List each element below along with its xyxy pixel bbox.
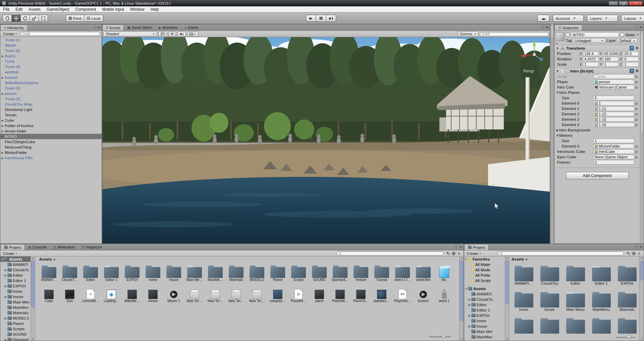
- foldout-arrow[interactable]: ▶: [0, 124, 5, 127]
- object-picker-icon[interactable]: ◎: [634, 118, 639, 121]
- asset-weird-1[interactable]: weird 1: [434, 286, 454, 303]
- asset-newplan-[interactable]: newplan…: [267, 286, 288, 303]
- asset-gun[interactable]: Gun: [59, 286, 80, 303]
- asset-new-ter-[interactable]: New Ter…: [184, 286, 205, 303]
- foldout-arrow[interactable]: ▶: [4, 285, 7, 288]
- tree-item-planei[interactable]: PlaneI: [0, 321, 35, 326]
- object-picker-icon[interactable]: ◎: [634, 145, 639, 148]
- asset-home[interactable]: home: [511, 290, 537, 311]
- scene-search-input[interactable]: All: [480, 32, 549, 36]
- tree-scrollbar[interactable]: ▲▼: [505, 257, 509, 341]
- hierarchy-item-farmhouse-fbx[interactable]: ▶Farmhouse FBX: [0, 155, 102, 161]
- tab-console[interactable]: ▤Console: [25, 244, 50, 250]
- tree-item-house[interactable]: ▶house: [464, 324, 509, 329]
- foldout-arrow[interactable]: ▶: [0, 119, 5, 122]
- tab-inspector[interactable]: ⓘInspector: [78, 244, 105, 250]
- asset-materials[interactable]: Materials: [614, 290, 640, 311]
- asset-planene-[interactable]: PlaneNe…: [330, 286, 351, 303]
- plane-element-1-object-field[interactable]: 1 (1): [593, 106, 634, 111]
- tree-item-cloudsto[interactable]: ▶CloudsTo: [464, 297, 509, 302]
- tab-animator[interactable]: ◈Animator: [155, 24, 181, 31]
- hierarchy-search-input[interactable]: All: [20, 32, 100, 36]
- gizmos-dropdown[interactable]: Gizmos ▼: [458, 32, 478, 37]
- favorite-all-prefa[interactable]: All Prefa: [464, 273, 509, 278]
- hand-tool-icon[interactable]: [3, 15, 12, 22]
- component-enabled-checkbox[interactable]: ✓: [565, 69, 569, 73]
- pause-button[interactable]: [316, 15, 326, 22]
- introcam-object-field[interactable]: Introcam (Camer: [593, 85, 634, 90]
- tree-item-standard[interactable]: ▶Standard: [0, 337, 35, 341]
- planes-size-field[interactable]: 5: [593, 96, 634, 100]
- asset-mainme-[interactable]: MainMe…: [122, 286, 143, 303]
- asset-pausem-[interactable]: jsPauseM…: [288, 286, 309, 303]
- asset-new-ter-[interactable]: New Ter…: [205, 286, 226, 303]
- transform-position-y-field[interactable]: 82.5398: [603, 51, 619, 56]
- inspector-scrollbar[interactable]: [640, 31, 644, 243]
- tree-item-home[interactable]: home: [464, 318, 509, 324]
- lock-icon[interactable]: [541, 26, 544, 29]
- foldout-arrow[interactable]: ▼: [556, 69, 559, 73]
- tab-game[interactable]: ◗Game: [181, 24, 202, 31]
- foldout-arrow[interactable]: ▶: [4, 338, 7, 341]
- asset-planei[interactable]: PlaneI: [267, 263, 288, 282]
- player-object-field[interactable]: person: [593, 79, 634, 84]
- object-picker-icon[interactable]: ◎: [634, 107, 639, 111]
- transform-scale-z-field[interactable]: 1: [623, 62, 639, 67]
- transform-position-z-field[interactable]: 26.3: [623, 51, 639, 56]
- foldout-arrow[interactable]: ▶: [0, 92, 5, 95]
- hierarchy-item-cloudstoy-mngr[interactable]: CloudsToy Mngr: [0, 102, 102, 107]
- account-dropdown[interactable]: Account ▼: [553, 15, 584, 22]
- minions-foldout[interactable]: ▼ Minions: [554, 133, 640, 138]
- asset-scene1[interactable]: Scene1: [413, 286, 434, 303]
- foldout-arrow[interactable]: ▶: [4, 274, 7, 277]
- asset-tutorial[interactable]: Tutorial: [371, 263, 392, 282]
- hierarchy-item-terrain[interactable]: Terrain: [0, 112, 102, 118]
- script-object-field[interactable]: Intro: [593, 74, 634, 79]
- object-picker-icon[interactable]: ◎: [634, 112, 639, 116]
- menu-edit[interactable]: Edit: [12, 6, 25, 12]
- close-button[interactable]: ×: [629, 1, 643, 6]
- lock-icon[interactable]: [455, 246, 458, 248]
- hierarchy-item-trunk-4-[interactable]: Trunk (4): [0, 64, 102, 69]
- hierarchy-item-directional-light[interactable]: Directional Light: [0, 107, 102, 112]
- tab-project[interactable]: Project: [0, 244, 25, 250]
- hierarchy-item-nextlevelthing[interactable]: NextLevelThing: [0, 145, 102, 150]
- asset-editor-1[interactable]: Editor 1: [101, 263, 122, 282]
- persp-label[interactable]: Persp: [523, 69, 534, 73]
- hierarchy-item-folder-of-bushes[interactable]: ▶Folder of bushes: [0, 123, 102, 128]
- menu-window[interactable]: Window: [127, 6, 148, 12]
- asset-animat-[interactable]: ANIMAT…: [39, 263, 59, 282]
- tree-item-main-men[interactable]: Main Men: [0, 299, 35, 305]
- tree-item-editor[interactable]: ▶Editor: [0, 273, 35, 278]
- add-component-button[interactable]: Add Component: [566, 172, 629, 179]
- object-picker-icon[interactable]: ◎: [634, 102, 639, 105]
- menu-component[interactable]: Component: [72, 6, 99, 12]
- asset-home[interactable]: home: [143, 263, 163, 282]
- breadcrumb[interactable]: Assets: [39, 257, 52, 261]
- favorites-icon[interactable]: ★: [457, 251, 461, 256]
- hierarchy-item-terrain-folder[interactable]: ▶terrain folder: [0, 128, 102, 134]
- hierarchy-item-trunk[interactable]: Trunk: [0, 59, 102, 64]
- cloud-button[interactable]: ☁: [537, 15, 549, 22]
- local-toggle[interactable]: Local: [84, 15, 103, 22]
- intro-planes-foldout[interactable]: ▼ Intro Planes: [554, 90, 640, 95]
- hierarchy-item-intro[interactable]: ▶INTRO: [0, 134, 102, 139]
- maximize-button[interactable]: ❏: [619, 1, 628, 6]
- transform-rotation-x-field[interactable]: 4.2972: [583, 57, 599, 61]
- tree-root-assets[interactable]: ▼ Assets: [0, 257, 35, 262]
- create-button[interactable]: Create ▼: [2, 31, 19, 37]
- label-icon[interactable]: [451, 251, 456, 255]
- transform-position-x-field[interactable]: 135.4: [583, 51, 599, 56]
- hierarchy-item-steam[interactable]: Steam: [0, 43, 102, 48]
- asset-weird-fbm[interactable]: weird.fbm: [413, 263, 434, 282]
- shading-mode-dropdown[interactable]: Shaded ▼: [103, 32, 157, 37]
- asset-folder[interactable]: [562, 316, 588, 334]
- minimize-button[interactable]: —: [608, 1, 618, 6]
- open-scene-icon[interactable]: [627, 251, 630, 255]
- foldout-arrow[interactable]: ▶: [4, 317, 7, 320]
- asset-models[interactable]: MODELS: [247, 263, 267, 282]
- rect-tool-icon[interactable]: [39, 15, 48, 22]
- help-icon[interactable]: ?: [630, 69, 634, 73]
- foldout-arrow[interactable]: ▼: [556, 47, 559, 50]
- asset-house[interactable]: house: [537, 290, 562, 311]
